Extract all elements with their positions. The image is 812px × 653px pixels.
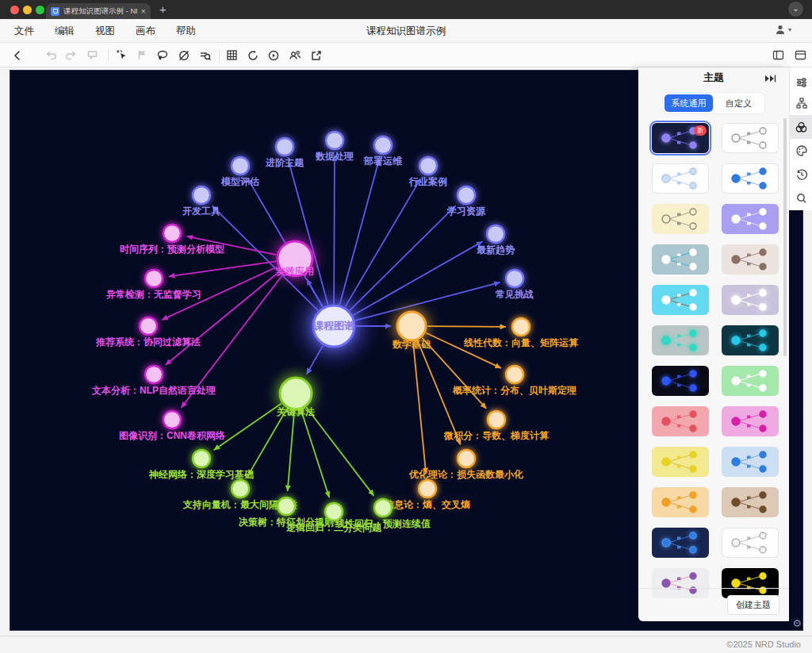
collapse-panel-icon[interactable] [764,72,776,86]
toggle-bottom-panel-icon[interactable] [792,47,809,63]
panel-scrollbar[interactable] [783,118,787,356]
theme-thumbnail-13[interactable] [722,366,779,396]
theme-grid: 新 [652,123,779,598]
new-tab-button[interactable]: + [159,2,167,16]
theme-thumbnail-15[interactable] [722,406,779,436]
create-theme-button[interactable]: 创建主题 [727,595,779,615]
redo-button[interactable] [63,47,79,63]
search-list-icon[interactable] [197,47,213,63]
tab-close-icon[interactable]: × [141,7,146,16]
theme-tab-0[interactable]: 系统通用 [665,94,713,112]
theme-thumbnail-0[interactable]: 新 [652,123,709,153]
search-icon[interactable] [790,186,812,210]
graph-node-label: 学习资源 [446,206,486,217]
new-badge: 新 [694,125,707,136]
graph-node-label: 文本分析：NLP自然语言处理 [91,385,216,396]
toggle-left-panel-icon[interactable] [770,47,787,63]
menu-bar: 文件编辑视图画布帮助 课程知识图谱示例 ▾ [0,19,812,43]
graph-node-label: 信息论：熵、交叉熵 [384,499,470,510]
graph-node-label: 推荐系统：协同过滤算法 [95,336,201,348]
collaborators-icon[interactable] [286,47,303,63]
graph-node-label: 开发工具 [182,206,220,217]
graph-node-label: 神经网络：深度学习基础 [148,469,254,480]
browser-tab-bar: 课程知识图谱示例 - NRD Studi × + ⌄ [0,0,812,19]
graph-node-label: 数据处理 [315,151,354,162]
graph-node-label: 概率统计：分布、贝叶斯定理 [452,385,576,396]
close-window-button[interactable] [10,6,19,14]
graph-node-label: 常见挑战 [495,289,534,300]
export-icon[interactable] [308,47,324,63]
theme-thumbnail-19[interactable] [722,487,779,517]
theme-thumbnail-11[interactable] [722,325,779,355]
smart-select-icon[interactable] [113,47,130,63]
browser-tab[interactable]: 课程知识图谱示例 - NRD Studi × [46,3,151,19]
graph-node-label: 微积分：导数、梯度计算 [443,430,550,441]
caret-down-icon: ▾ [788,26,791,33]
structure-icon[interactable] [790,91,812,115]
graph-node-label: 优化理论：损失函数最小化 [408,469,523,480]
theme-panel: 主题 系统通用自定义 新 [638,67,789,621]
theme-thumbnail-7[interactable] [722,244,779,275]
palette-icon[interactable] [790,139,812,163]
theme-thumbnail-1[interactable] [722,123,779,153]
status-bar: ©2025 NRD Studio [0,636,812,653]
graph-node-label: 关键算法 [276,406,315,417]
theme-thumbnail-9[interactable] [722,285,779,315]
history-icon[interactable] [790,163,812,186]
copyright-text: ©2025 NRD Studio [726,640,801,649]
graph-node-label: 课程图谱 [312,320,355,332]
theme-tab-group: 系统通用自定义 [663,93,764,113]
graph-node-label: 部署运维 [363,156,403,167]
graph-node-label: 数学基础 [392,339,431,350]
theme-thumbnail-4[interactable] [652,204,709,234]
tab-title: 课程知识图谱示例 - NRD Studi [63,6,137,17]
settings-gear-icon[interactable]: ⚙ [791,617,803,630]
browser-menu-chevron-button[interactable]: ⌄ [788,2,803,17]
theme-thumbnail-10[interactable] [652,325,709,355]
side-icon-strip [789,67,812,210]
theme-thumbnail-6[interactable] [652,244,709,275]
theme-thumbnail-14[interactable] [652,406,709,436]
theme-thumbnail-8[interactable] [652,285,709,315]
theme-thumbnail-18[interactable] [652,487,709,517]
graph-node-label: 异常检测：无监督学习 [105,289,201,300]
graph-node-label: 图像识别：CNN卷积网络 [119,430,226,441]
hide-elements-icon[interactable] [175,47,192,63]
document-title: 课程知识图谱示例 [0,19,812,43]
graph-node-label: 进阶主题 [265,157,304,168]
zoom-window-button[interactable] [36,6,44,14]
table-icon[interactable] [224,47,240,63]
theme-thumbnail-2[interactable] [652,163,709,194]
toolbar: AI创作 [0,43,812,67]
graph-node-label: 线性代数：向量、矩阵运算 [463,337,579,348]
theme-thumbnail-17[interactable] [722,447,779,477]
back-button[interactable] [9,47,25,63]
tab-favicon-icon [51,7,59,16]
graph-node-label: 最新趋势 [477,244,515,255]
theme-thumbnail-12[interactable] [652,366,709,396]
flag-icon[interactable] [134,47,151,63]
graph-node-label: 模型评估 [220,176,259,187]
undo-button[interactable] [43,47,59,63]
user-icon [775,24,786,35]
theme-thumbnail-21[interactable] [722,528,779,558]
account-menu[interactable]: ▾ [775,24,791,35]
format-painter-button[interactable] [84,47,101,63]
theme-thumbnail-5[interactable] [722,204,779,234]
minimize-window-button[interactable] [23,6,32,14]
theme-thumbnail-16[interactable] [652,447,709,477]
theme-icon[interactable] [790,115,812,139]
play-presentation-icon[interactable] [265,47,282,63]
theme-tab-1[interactable]: 自定义 [714,94,763,112]
relayout-icon[interactable] [244,47,261,63]
graph-node-label: 实践应用 [276,266,314,277]
theme-thumbnail-3[interactable] [722,163,779,194]
graph-node-label: 时间序列：预测分析模型 [120,244,224,255]
theme-thumbnail-20[interactable] [652,528,709,558]
graph-node-label: 线性回归：预测连续值 [335,518,431,529]
graph-node-label: 行业案例 [408,176,447,187]
lasso-select-icon[interactable] [154,47,170,63]
